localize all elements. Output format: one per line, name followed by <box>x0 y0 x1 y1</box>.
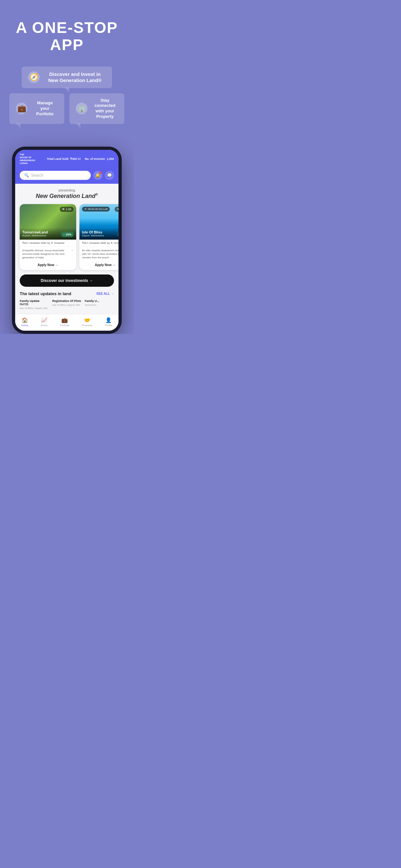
property-bubble: 🏢 Stay connected with your Property <box>69 93 124 124</box>
see-all-button[interactable]: SEE ALL → <box>96 292 114 296</box>
card-overlay-isle: Isle Of Bliss Dapoli, Maharastra ↑ 5% <box>80 228 119 240</box>
nav-invest[interactable]: 📈 Invest <box>41 317 48 327</box>
card-views-tomorrowland: 👁 1.5k <box>60 207 73 212</box>
updates-title: The latest updates in land <box>20 291 71 296</box>
search-input[interactable]: 🔍 Search <box>20 171 91 180</box>
briefcase-icon: 💼 <box>16 103 27 114</box>
update-sub-2: Tomorrow... <box>85 304 114 306</box>
investor-stat: No. of Investor 1,500 <box>85 157 114 160</box>
phone-wrapper: THE HOUSE OF ABHINANDAN LODHA Total Land… <box>0 144 134 334</box>
card-location-isle: Dapoli, Maharastra <box>82 234 104 237</box>
profile-nav-label: Profile <box>105 324 112 327</box>
card-badge-isle: ↑ 5% <box>118 232 119 237</box>
update-item-2: Family U... Tomorrow... <box>85 299 114 310</box>
update-sub-0: Isle Of Bliss, Dapoli, MH <box>20 307 49 310</box>
card-name-isle: Isle Of Bliss <box>82 230 104 234</box>
land-stat-value: ₹300 Cr <box>70 157 81 160</box>
card-image-isle: ⏱ 48:34:36 Hrs Left 👁 1.5k Isle Of Bliss… <box>80 204 119 240</box>
notification-button[interactable]: 🔔 <box>93 171 102 180</box>
discover-button-label: Discover our investments → <box>41 278 93 283</box>
land-stat: Total Land Sold ₹300 Cr <box>47 157 81 160</box>
compass-icon: 🧭 <box>28 71 40 83</box>
invest-nav-label: Invest <box>41 324 48 327</box>
portfolio-bubble: 💼 Manage your Portfolio <box>9 93 64 124</box>
portfolio-bubble-text: Manage your Portfolio <box>32 100 58 117</box>
notification-dot <box>99 172 102 174</box>
hero-section: A ONE-STOP APP 🧭 Discover and Invest in … <box>0 0 134 144</box>
update-item-1: Registration Of Plots Isle Of Bliss, Dap… <box>52 299 82 310</box>
investor-stat-label: No. of Investor <box>85 157 105 160</box>
property-bubble-text: Stay connected with your Property <box>92 98 118 120</box>
investor-stat-value: 1,500 <box>106 157 114 160</box>
arrow-icon: → <box>71 249 73 252</box>
messages-button[interactable]: 💬 <box>105 171 114 180</box>
logo-line2: HOUSE OF <box>20 156 35 159</box>
home-nav-label: Home <box>21 324 28 327</box>
card-desc-tomorrowland: A biophilic-themed, luxury beachside ser… <box>20 247 76 261</box>
card-badge-tomorrowland: ↑ 15% <box>61 232 73 237</box>
app-stats: Total Land Sold ₹300 Cr No. of Investor … <box>47 157 114 160</box>
search-icon: 🔍 <box>24 173 29 178</box>
update-title-0: Family Update Oct'21 <box>20 299 49 306</box>
building-icon: 🏢 <box>76 103 88 114</box>
search-placeholder: Search <box>31 173 43 178</box>
card-image-tomorrowland: 👁 1.5k TomorrowLand Anjarle, Maharashtra… <box>20 204 76 240</box>
app-logo: THE HOUSE OF ABHINANDAN LODHA <box>20 153 35 165</box>
update-item-0: Family Update Oct'21 Isle Of Bliss, Dapo… <box>20 299 49 310</box>
card-timer-isle: ⏱ 48:34:36 Hrs Left <box>82 207 110 212</box>
ngl-title: New Generation Land® <box>20 193 114 199</box>
card-overlay-tomorrowland: TomorrowLand Anjarle, Maharashtra ↑ 15% <box>20 228 76 240</box>
app-content: presenting New Generation Land® 👁 1.5k <box>15 184 119 314</box>
logo-line3: ABHINANDAN <box>20 159 35 162</box>
property-card-tomorrowland: 👁 1.5k TomorrowLand Anjarle, Maharashtra… <box>20 204 76 270</box>
bottom-bubbles-row: 💼 Manage your Portfolio 🏢 Stay connected… <box>6 93 127 124</box>
home-nav-icon: 🏠 <box>22 317 28 323</box>
nav-promises[interactable]: 🤝 Promises <box>82 317 92 327</box>
card-location-tomorrowland: Anjarle, Maharashtra <box>22 234 48 237</box>
discover-bubble: 🧭 Discover and Invest in New Generation … <box>22 66 112 88</box>
card-name-tomorrowland: TomorrowLand <box>22 230 48 234</box>
invest-nav-icon: 📈 <box>41 317 48 323</box>
card-views-isle: 👁 1.5k <box>115 207 119 212</box>
card-price-tomorrowland: ₹20 L Onwards 2000 sq. ft. Onwards <box>20 240 76 247</box>
update-title-2: Family U... <box>85 299 114 303</box>
phone-screen: THE HOUSE OF ABHINANDAN LODHA Total Land… <box>15 150 119 331</box>
app-header: THE HOUSE OF ABHINANDAN LODHA Total Land… <box>15 150 119 168</box>
portfolio-nav-label: Portfolio <box>60 324 69 327</box>
card-desc-isle: An elite seaside landowners club with 10… <box>80 247 119 261</box>
discover-bubble-text: Discover and Invest in New Generation La… <box>44 71 105 84</box>
promises-nav-label: Promises <box>82 324 92 327</box>
logo-line4: LODHA <box>20 162 35 165</box>
bubbles-container: 🧭 Discover and Invest in New Generation … <box>6 66 127 124</box>
nav-portfolio[interactable]: 💼 Portfolio <box>60 317 69 327</box>
property-card-isle-of-bliss: ⏱ 48:34:36 Hrs Left 👁 1.5k Isle Of Bliss… <box>80 204 119 270</box>
property-cards-row: 👁 1.5k TomorrowLand Anjarle, Maharashtra… <box>20 204 114 270</box>
card-apply-isle[interactable]: Apply Now → <box>80 261 119 270</box>
profile-nav-icon: 👤 <box>105 317 112 323</box>
card-price-isle: ₹20 L Onwards 2000 sq. ft. Onwards <box>80 240 119 247</box>
updates-row: Family Update Oct'21 Isle Of Bliss, Dapo… <box>20 299 114 310</box>
card-info-tomorrowland: TomorrowLand Anjarle, Maharashtra <box>22 230 48 237</box>
promises-nav-icon: 🤝 <box>84 317 90 323</box>
phone-mockup: THE HOUSE OF ABHINANDAN LODHA Total Land… <box>12 147 122 334</box>
card-info-isle: Isle Of Bliss Dapoli, Maharastra <box>82 230 104 237</box>
card-apply-tomorrowland[interactable]: Apply Now → <box>20 261 76 270</box>
discover-investments-button[interactable]: Discover our investments → <box>20 275 114 287</box>
update-title-1: Registration Of Plots <box>52 299 82 303</box>
land-stat-label: Total Land Sold <box>47 157 68 160</box>
nav-home[interactable]: 🏠 Home <box>21 317 28 327</box>
hero-title: A ONE-STOP APP <box>6 20 127 54</box>
search-bar-container: 🔍 Search 🔔 💬 <box>15 168 119 184</box>
bottom-nav: 🏠 Home 📈 Invest 💼 Portfolio 🤝 Promises 👤 <box>15 314 119 331</box>
logo-line1: THE <box>20 153 35 156</box>
nav-profile[interactable]: 👤 Profile <box>105 317 112 327</box>
header-icons: 🔔 💬 <box>93 171 114 180</box>
update-sub-1: Isle Of Bliss, Dapoli, MH <box>52 304 82 306</box>
presenting-text: presenting <box>20 188 114 192</box>
portfolio-nav-icon: 💼 <box>61 317 68 323</box>
updates-header: The latest updates in land SEE ALL → <box>20 291 114 296</box>
